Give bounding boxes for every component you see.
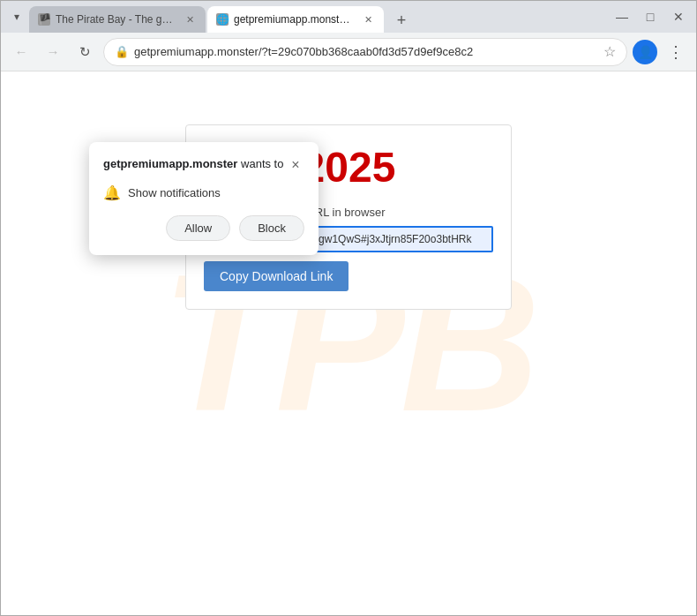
popup-title: getpremiumapp.monster wants to [103,156,287,172]
close-button[interactable]: ✕ [666,4,691,29]
tab-title-1: The Pirate Bay - The galaxy's m... [56,13,177,26]
menu-button[interactable]: ⋮ [663,39,689,65]
popup-header: getpremiumapp.monster wants to × [103,156,304,174]
tab-close-2[interactable]: ✕ [361,12,375,26]
tab-dropdown-btn[interactable]: ▾ [6,1,27,33]
tab-title-2: getpremiumapp.monster/?t=29... [234,13,356,26]
tab-list: 🏴 The Pirate Bay - The galaxy's m... ✕ 🌐… [29,1,601,33]
popup-site-name: getpremiumapp.monster [103,157,237,170]
bell-icon: 🔔 [103,184,121,201]
popup-close-button[interactable]: × [287,156,304,174]
reload-button[interactable]: ↻ [71,39,98,65]
permission-popup: getpremiumapp.monster wants to × 🔔 Show … [89,142,319,255]
notification-label: Show notifications [128,186,221,199]
tab-getpremium[interactable]: 🌐 getpremiumapp.monster/?t=29... ✕ [207,6,384,33]
tab-favicon-1: 🏴 [38,13,50,26]
minimize-button[interactable]: — [610,4,634,29]
window-controls: — □ ✕ [610,4,691,29]
security-icon: 🔒 [115,45,129,59]
copy-link-button[interactable]: Copy Download Link [204,261,348,291]
tab-piratebay[interactable]: 🏴 The Pirate Bay - The galaxy's m... ✕ [29,6,206,33]
title-bar: ▾ 🏴 The Pirate Bay - The galaxy's m... ✕… [1,1,696,33]
profile-button[interactable]: 👤 [633,40,657,64]
url-display: getpremiumapp.monster/?t=29c070bb368caab… [134,45,598,58]
allow-button[interactable]: Allow [166,215,230,241]
tab-favicon-2: 🌐 [216,13,229,26]
new-tab-button[interactable]: + [389,8,414,33]
browser-window: ▾ 🏴 The Pirate Bay - The galaxy's m... ✕… [0,0,697,616]
forward-button[interactable]: → [40,39,66,65]
popup-title-suffix: wants to [237,157,283,170]
omnibox[interactable]: 🔒 getpremiumapp.monster/?t=29c070bb368ca… [103,38,627,66]
tab-close-1[interactable]: ✕ [183,12,197,26]
maximize-button[interactable]: □ [638,4,663,29]
notification-row: 🔔 Show notifications [103,184,304,201]
page-content: TPB 2025 Copy and paste the URL in brows… [1,71,696,615]
back-button[interactable]: ← [8,39,34,65]
popup-buttons: Allow Block [103,215,304,241]
block-button[interactable]: Block [239,215,304,241]
nav-bar: ← → ↻ 🔒 getpremiumapp.monster/?t=29c070b… [1,33,696,71]
bookmark-icon[interactable]: ☆ [603,43,616,60]
